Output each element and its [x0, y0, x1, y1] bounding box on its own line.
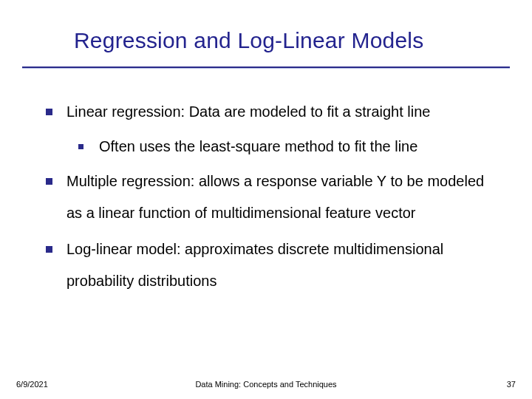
bullet-level1: Log-linear model: approximates discrete … — [46, 233, 495, 297]
bullet-text: Often uses the least-square method to fi… — [99, 138, 417, 154]
bullet-text: Multiple regression: allows a response v… — [66, 173, 484, 221]
footer-page-number: 37 — [507, 380, 516, 389]
bullet-level1: Linear regression: Data are modeled to f… — [46, 96, 495, 128]
slide-title: Regression and Log-Linear Models — [74, 28, 510, 53]
title-underline — [22, 66, 510, 69]
slide-body: Linear regression: Data are modeled to f… — [46, 96, 495, 301]
bullet-text: Linear regression: Data are modeled to f… — [66, 103, 431, 120]
slide: Regression and Log-Linear Models Linear … — [0, 0, 532, 399]
footer-center: Data Mining: Concepts and Techniques — [0, 380, 532, 389]
bullet-text: Log-linear model: approximates discrete … — [66, 241, 443, 289]
bullet-level1: Multiple regression: allows a response v… — [46, 166, 495, 229]
bullet-level2: Often uses the least-square method to fi… — [78, 131, 495, 163]
